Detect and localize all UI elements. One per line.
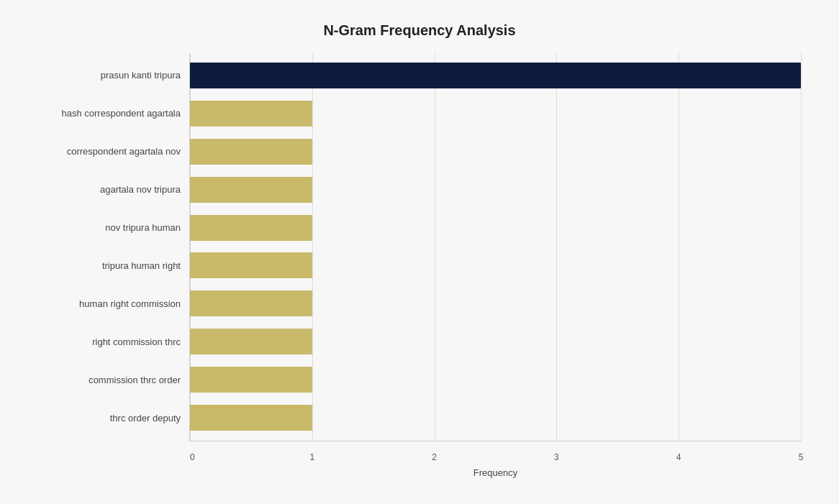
y-axis-label: human right commission: [79, 286, 181, 322]
x-axis-title: Frequency: [190, 467, 801, 478]
bar: [190, 367, 312, 393]
bar-row: [190, 172, 801, 208]
y-axis-label: agartala nov tripura: [100, 172, 181, 208]
plot-area: 012345 Frequency: [189, 53, 801, 441]
bar-row: [190, 362, 801, 398]
y-axis-label: tripura human right: [102, 248, 181, 284]
bar-row: [190, 134, 801, 170]
x-tick-label: 0: [190, 452, 195, 462]
y-axis-label: nov tripura human: [105, 210, 181, 246]
bar: [190, 139, 312, 165]
bars-container: [190, 53, 801, 441]
bar-row: [190, 324, 801, 359]
chart-container: N-Gram Frequency Analysis prasun kanti t…: [24, 8, 815, 497]
x-tick-label: 3: [554, 452, 559, 462]
bar-row: [190, 400, 801, 436]
x-tick-label: 2: [432, 452, 437, 462]
x-tick-label: 4: [676, 452, 681, 462]
bar: [190, 215, 312, 241]
bar-row: [190, 285, 801, 321]
bar: [190, 101, 312, 127]
gridline: [801, 53, 802, 441]
chart-area: prasun kanti tripurahash correspondent a…: [38, 53, 801, 441]
y-axis-label: thrc order deputy: [110, 400, 181, 436]
x-tick-label: 5: [799, 452, 804, 462]
y-axis-label: hash correspondent agartala: [61, 96, 181, 132]
y-axis-label: prasun kanti tripura: [101, 58, 181, 93]
y-axis-label: right commission thrc: [92, 324, 181, 360]
y-axis: prasun kanti tripurahash correspondent a…: [38, 53, 189, 441]
bar: [190, 63, 801, 88]
bar: [190, 405, 312, 431]
y-axis-label: commission thrc order: [89, 362, 181, 398]
bar: [190, 329, 312, 354]
bar: [190, 252, 312, 278]
chart-title: N-Gram Frequency Analysis: [38, 22, 801, 39]
y-axis-label: correspondent agartala nov: [67, 134, 181, 170]
bar-row: [190, 96, 801, 132]
bar: [190, 177, 312, 203]
bar: [190, 290, 312, 316]
x-tick-label: 1: [309, 452, 314, 462]
bar-row: [190, 58, 801, 93]
bar-row: [190, 210, 801, 246]
bar-row: [190, 247, 801, 283]
